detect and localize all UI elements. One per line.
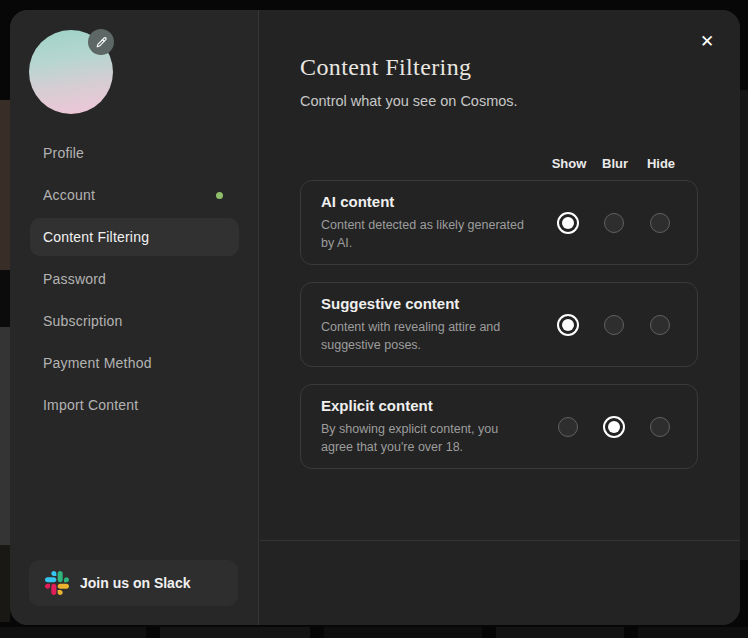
filter-card-suggestive-content: Suggestive contentContent with revealing… — [300, 282, 698, 367]
sidebar-item-label: Account — [43, 187, 95, 203]
radio-cell — [591, 416, 637, 438]
radio-cell — [545, 416, 591, 438]
sidebar-item-content-filtering[interactable]: Content Filtering — [30, 218, 239, 256]
bg-thumbnail — [0, 627, 146, 638]
close-icon: ✕ — [700, 32, 714, 51]
card-title: AI content — [321, 193, 545, 210]
column-header-hide: Hide — [638, 156, 684, 171]
radio-cell — [591, 314, 637, 336]
filter-card-explicit-content: Explicit contentBy showing explicit cont… — [300, 384, 698, 469]
radio-explicit-content-blur[interactable] — [603, 416, 625, 438]
sidebar-item-label: Content Filtering — [43, 229, 149, 245]
card-text: AI contentContent detected as likely gen… — [321, 193, 545, 252]
slack-icon — [45, 571, 69, 595]
bg-thumbnail — [324, 627, 482, 638]
radio-cell — [545, 314, 591, 336]
sidebar-item-account[interactable]: Account — [30, 174, 239, 216]
sidebar-item-label: Subscription — [43, 313, 122, 329]
sidebar: ProfileAccountContent FilteringPasswordS… — [10, 10, 259, 625]
radio-cell — [637, 314, 683, 336]
close-button[interactable]: ✕ — [692, 27, 722, 57]
card-text: Explicit contentBy showing explicit cont… — [321, 397, 545, 456]
bg-thumbnail — [160, 627, 310, 638]
sidebar-item-label: Profile — [43, 145, 84, 161]
sidebar-item-label: Password — [43, 271, 106, 287]
radio-cell — [591, 212, 637, 234]
card-title: Suggestive content — [321, 295, 545, 312]
content-divider — [260, 540, 740, 541]
sidebar-item-payment-method[interactable]: Payment Method — [30, 342, 239, 384]
page-title: Content Filtering — [300, 54, 471, 81]
column-headers: ShowBlurHide — [546, 156, 684, 171]
radio-group — [545, 416, 683, 438]
card-description: Content detected as likely generated by … — [321, 216, 529, 252]
radio-suggestive-content-blur[interactable] — [604, 315, 624, 335]
bg-image-sliver — [740, 90, 748, 560]
radio-cell — [637, 212, 683, 234]
radio-group — [545, 314, 683, 336]
sidebar-item-label: Import Content — [43, 397, 138, 413]
main-panel: ✕ Content Filtering Control what you see… — [260, 10, 740, 625]
sidebar-nav: ProfileAccountContent FilteringPasswordS… — [30, 132, 239, 426]
settings-modal: ProfileAccountContent FilteringPasswordS… — [10, 10, 740, 625]
radio-ai-content-blur[interactable] — [604, 213, 624, 233]
card-description: Content with revealing attire and sugges… — [321, 318, 529, 354]
card-description: By showing explicit content, you agree t… — [321, 420, 529, 456]
card-text: Suggestive contentContent with revealing… — [321, 295, 545, 354]
sidebar-item-profile[interactable]: Profile — [30, 132, 239, 174]
sidebar-item-password[interactable]: Password — [30, 258, 239, 300]
sidebar-item-subscription[interactable]: Subscription — [30, 300, 239, 342]
page-background: ProfileAccountContent FilteringPasswordS… — [0, 0, 748, 638]
pencil-icon — [95, 36, 108, 49]
bg-image-sliver — [0, 270, 10, 327]
bg-thumbnail — [496, 627, 624, 638]
radio-suggestive-content-hide[interactable] — [650, 315, 670, 335]
column-header-show: Show — [546, 156, 592, 171]
page-subtitle: Control what you see on Cosmos. — [300, 93, 518, 109]
radio-explicit-content-hide[interactable] — [650, 417, 670, 437]
column-header-blur: Blur — [592, 156, 638, 171]
slack-button[interactable]: Join us on Slack — [29, 560, 238, 606]
radio-ai-content-show[interactable] — [557, 212, 579, 234]
sidebar-item-label: Payment Method — [43, 355, 152, 371]
bg-image-sliver — [0, 327, 10, 545]
edit-avatar-button[interactable] — [88, 29, 114, 55]
bg-image-sliver — [0, 545, 10, 622]
bg-image-sliver — [0, 100, 10, 270]
slack-button-label: Join us on Slack — [80, 575, 190, 591]
bg-thumbnail-row — [0, 627, 748, 638]
card-title: Explicit content — [321, 397, 545, 414]
radio-ai-content-hide[interactable] — [650, 213, 670, 233]
radio-suggestive-content-show[interactable] — [557, 314, 579, 336]
filter-card-ai-content: AI contentContent detected as likely gen… — [300, 180, 698, 265]
radio-group — [545, 212, 683, 234]
filter-cards: AI contentContent detected as likely gen… — [300, 180, 698, 469]
radio-cell — [637, 416, 683, 438]
account-status-dot — [216, 192, 223, 199]
radio-explicit-content-show[interactable] — [558, 417, 578, 437]
sidebar-item-import-content[interactable]: Import Content — [30, 384, 239, 426]
radio-cell — [545, 212, 591, 234]
bg-thumbnail — [638, 627, 748, 638]
